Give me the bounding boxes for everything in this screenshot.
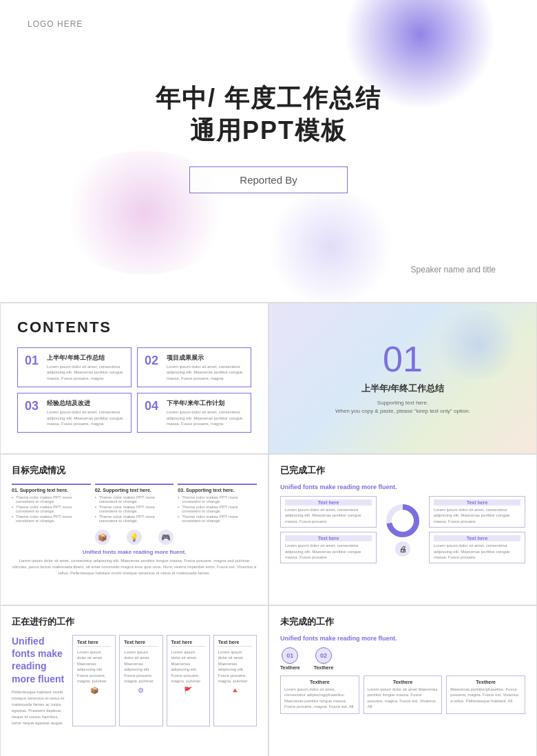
goals-body: Lorem ipsum dolor sit amet, consectetur …: [12, 558, 257, 576]
goals-columns: 01. Supporting text here. Theme color ma…: [12, 484, 257, 524]
game-icon: 🎮: [158, 530, 173, 545]
slide-2-contents: CONTENTS 01 上半年/年终工作总结 Lorem ipsum dolor…: [0, 303, 268, 454]
incomplete-num-2: 02 Texthere: [314, 647, 334, 670]
inprogress-small-text: Pellentesque habitant morbi tristique se…: [12, 689, 67, 726]
incomplete-top: 01 Texthere 02 Texthere: [280, 647, 525, 670]
completed-box-body-4: Lorem ipsum dolor sit amet, consectetur …: [434, 543, 520, 560]
contents-body-1: Lorem ipsum dolor sit amet, consectetur …: [47, 364, 124, 381]
goals-line-3-2: Theme color makes PPT more consistent to…: [178, 505, 257, 513]
incomplete-box-title-1: Texthere: [284, 680, 355, 684]
reported-by-label: Reported By: [240, 174, 297, 186]
section-number: 01: [383, 341, 423, 377]
goals-col-3: 03. Supporting text here. Theme color ma…: [178, 484, 257, 524]
completed-right: Text here Lorem ipsum dolor sit amet, co…: [429, 496, 525, 563]
goals-icon-1: 📦: [95, 530, 110, 545]
contents-heading-1: 上半年/年终工作总结: [47, 354, 124, 363]
inprogress-card-body-1: Lorem ipsum dolor sit amet. Maecenas adi…: [77, 649, 111, 684]
incomplete-box-title-3: Texthere: [450, 680, 521, 684]
slide-5-completed: 已完成工作 Unified fonts make reading more fl…: [268, 454, 537, 605]
contents-body-4: Lorem ipsum dolor sit amet, consectetur …: [167, 409, 244, 426]
num-label-2: Texthere: [314, 665, 334, 670]
inprogress-card-1: Text here Lorem ipsum dolor sit amet. Ma…: [72, 635, 116, 726]
incomplete-box-title-2: Texthere: [368, 680, 439, 684]
title-line1: 年中/ 年度工作总结 通用PPT模板: [0, 83, 537, 147]
contents-item-1: 01 上半年/年终工作总结 Lorem ipsum dolor sit amet…: [17, 347, 131, 387]
contents-heading-3: 经验总结及改进: [47, 399, 124, 408]
goals-col-1: 01. Supporting text here. Theme color ma…: [12, 484, 91, 524]
goals-col-title-3: 03. Supporting text here.: [178, 488, 257, 493]
goals-line-1-2: Theme color makes PPT more consistent to…: [12, 505, 91, 513]
inprogress-card-body-4: Lorem ipsum dolor sit amet. Maecenas adi…: [218, 649, 252, 684]
bulb-icon: 💡: [127, 530, 142, 545]
completed-box-title-2: Text here: [285, 535, 372, 541]
flag-icon: 🚩: [171, 687, 205, 694]
slides-grid: CONTENTS 01 上半年/年终工作总结 Lorem ipsum dolor…: [0, 303, 537, 756]
reported-by-box[interactable]: Reported By: [189, 166, 348, 193]
inprogress-big-text: Unified fonts make reading more fluent: [12, 635, 67, 685]
inprogress-cards: Text here Lorem ipsum dolor sit amet. Ma…: [72, 635, 257, 726]
num-label-1: Texthere: [280, 665, 300, 670]
completed-box-title-1: Text here: [285, 499, 372, 506]
box-icon: 📦: [95, 530, 110, 545]
contents-item-2: 02 项目成果展示 Lorem ipsum dolor sit amet, co…: [137, 347, 251, 387]
contents-heading-4: 下半年/来年工作计划: [167, 399, 244, 408]
contents-item-3: 03 经验总结及改进 Lorem ipsum dolor sit amet, c…: [17, 393, 131, 433]
completed-box-3: Text here Lorem ipsum dolor sit amet, co…: [429, 496, 525, 528]
slide-3-section01: 01 上半年/年终工作总结 Supporting text here. When…: [268, 303, 537, 454]
printer-icon: 🖨: [395, 541, 410, 557]
completed-title: 已完成工作: [280, 464, 525, 477]
completed-box-2: Text here Lorem ipsum dolor sit amet, co…: [280, 532, 377, 563]
incomplete-box-body-1: Lorem ipsum dolor sit amet, consectetur …: [284, 687, 355, 710]
goals-col-title-1: 01. Supporting text here.: [12, 488, 91, 493]
donut-chart: [385, 503, 421, 539]
triangle-icon: 🔺: [218, 687, 252, 694]
completed-box-body-1: Lorem ipsum dolor sit amet, consectetur …: [285, 507, 372, 524]
incomplete-num-1: 01 Texthere: [280, 647, 300, 670]
contents-num-4: 04: [145, 399, 161, 413]
inprogress-card-title-4: Text here: [218, 640, 252, 647]
goals-fluent: Unified fonts make reading more fluent.: [12, 549, 257, 555]
contents-num-2: 02: [145, 354, 161, 368]
slide-7-incomplete: 未完成的工作 Unified fonts make reading more f…: [268, 605, 537, 756]
inprogress-card-2: Text here Lorem ipsum dolor sit amet. Ma…: [119, 635, 162, 726]
completed-left: Text here Lorem ipsum dolor sit amet, co…: [280, 496, 377, 563]
num-circle-2: 02: [315, 647, 332, 664]
contents-body-2: Lorem ipsum dolor sit amet, consectetur …: [167, 364, 244, 381]
package-icon: 📦: [77, 687, 111, 694]
inprogress-card-body-3: Lorem ipsum dolor sit amet. Maecenas adi…: [171, 649, 205, 684]
goals-line-1-3: Theme color makes PPT more consistent to…: [12, 515, 91, 523]
incomplete-title: 未完成的工作: [280, 616, 525, 628]
section-subtitle: 上半年/年终工作总结: [361, 382, 445, 395]
speaker-info: Speaker name and title: [411, 265, 496, 274]
incomplete-box-2: Texthere Lorem ipsum dolor sit amet Maec…: [364, 676, 443, 714]
completed-fluent: Unified fonts make reading more fluent.: [280, 484, 525, 490]
slide-1: LOGO HERE 年中/ 年度工作总结 通用PPT模板 Reported By…: [0, 0, 537, 303]
inprogress-card-body-2: Lorem ipsum dolor sit amet. Maecenas adi…: [124, 649, 158, 684]
contents-title: CONTENTS: [17, 318, 251, 336]
goals-icon-3: 🎮: [158, 530, 173, 545]
goals-col-title-2: 02. Supporting text here.: [95, 488, 174, 493]
goals-line-2-3: Theme color makes PPT more consistent to…: [95, 515, 174, 523]
completed-box-body-2: Lorem ipsum dolor sit amet, consectetur …: [285, 543, 372, 560]
contents-body-3: Lorem ipsum dolor sit amet, consectetur …: [47, 409, 124, 426]
section-support1: Supporting text here.: [377, 399, 428, 407]
inprogress-card-title-2: Text here: [124, 640, 158, 647]
logo-text: LOGO HERE: [28, 19, 83, 29]
completed-box-title-3: Text here: [434, 499, 520, 506]
completed-box-body-3: Lorem ipsum dolor sit amet, consectetur …: [434, 507, 520, 524]
inprogress-layout: Unified fonts make reading more fluent P…: [12, 635, 257, 726]
goals-icon-2: 💡: [127, 530, 142, 545]
goals-line-3-3: Theme color makes PPT more consistent to…: [178, 515, 257, 523]
goals-fluent-highlight: more fluent.: [155, 549, 187, 555]
completed-mid: 🖨: [382, 503, 423, 557]
incomplete-box-3: Texthere Maecenas porttitor/phasellus. F…: [446, 676, 525, 714]
completed-layout: Text here Lorem ipsum dolor sit amet, co…: [280, 496, 525, 563]
goals-icons: 📦 💡 🎮: [12, 530, 257, 545]
contents-num-3: 03: [25, 399, 41, 413]
goals-line-3-1: Theme color makes PPT more consistent to…: [178, 495, 257, 504]
contents-item-4: 04 下半年/来年工作计划 Lorem ipsum dolor sit amet…: [137, 393, 251, 433]
slide-6-inprogress: 正在进行的工作 Unified fonts make reading more …: [0, 605, 268, 756]
goals-line-1-1: Theme color makes PPT more consistent to…: [12, 495, 91, 504]
completed-box-title-4: Text here: [434, 535, 520, 541]
incomplete-fluent: Unified fonts make reading more fluent.: [280, 635, 525, 642]
